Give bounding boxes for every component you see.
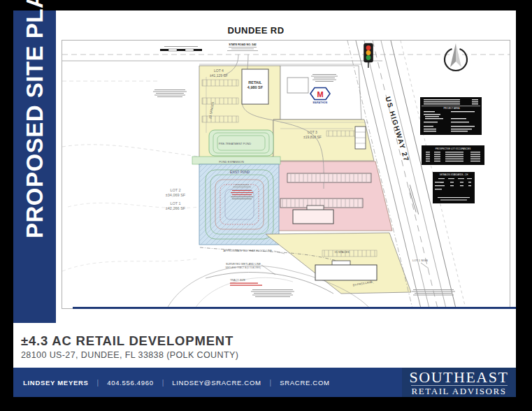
- owner-note-west: [153, 89, 187, 97]
- separator: |: [270, 379, 272, 387]
- lot1-size: ±42,266 SF: [166, 206, 186, 210]
- separator: |: [162, 379, 164, 387]
- dundee-rd-label: DUNDEE RD: [186, 25, 326, 36]
- lot1-sign: LOT 1 SIGN: [412, 259, 429, 268]
- flyer-page: PROPOSED SITE PLAN DUNDEE RD: [0, 0, 532, 411]
- lot2-size: ±34,069 SF: [166, 193, 186, 197]
- sidebar-title: PROPOSED SITE PLAN: [13, 8, 56, 241]
- lot3-size: ±19,818 SF: [303, 135, 322, 139]
- traffic-light-icon: [364, 43, 373, 68]
- spaces15-label: 15 SPACES: [334, 250, 350, 254]
- occupancy-title: PROSPECTIVE LOT OCCUPANCIES: [436, 147, 471, 150]
- separator: |: [97, 379, 99, 387]
- lot4-size: ±41,129 SF: [210, 73, 228, 78]
- existing-pond: [199, 164, 279, 245]
- wetland-label: SURVEYED WETLAND LINE: [226, 263, 261, 266]
- lot1-name: LOT 1: [170, 201, 180, 206]
- lot3-name: LOT 3: [308, 130, 317, 134]
- marathon-wordmark: MARATHON: [313, 101, 328, 104]
- accent-rule: [73, 307, 516, 309]
- lot2-name: LOT 2: [170, 188, 180, 192]
- flood-line-label: APPROXIMATE 100 YEAR FLOOD LINE: [224, 250, 273, 252]
- field-lines: [62, 81, 199, 271]
- tract-size-label: TRACT SIZE: [230, 279, 246, 282]
- lot3-building: [355, 127, 366, 149]
- dundee-road-lines: [62, 55, 510, 64]
- state-road-label: STATE ROAD NO. 542: [229, 43, 256, 46]
- setbacks-title: SETBACKS STANDARDS - CH: [440, 173, 468, 176]
- lot4-name: LOT 4: [214, 68, 224, 73]
- occupancy-table: PROSPECTIVE LOT OCCUPANCIES: [422, 145, 484, 165]
- owner-note-southeast: [412, 289, 455, 296]
- contact-website: SRACRE.COM: [280, 379, 329, 387]
- footer-bar: LINDSEY MEYERS | 404.556.4960 | LINDSEY@…: [13, 368, 516, 397]
- retail-label-1: RETAIL: [248, 80, 262, 85]
- project-area-table: PROJECT AREA: [420, 97, 482, 135]
- marathon-building: [287, 78, 308, 93]
- marathon-m: M: [317, 90, 323, 99]
- pond-expansion-label: POND EXPANSION: [219, 160, 244, 164]
- pretreatment-pond-label: PRE-TREATMENT POND: [219, 142, 251, 145]
- contact-email: LINDSEY@SRACRE.COM: [172, 379, 261, 387]
- site-plan-drawing: STATE ROAD NO. 542: [62, 41, 510, 308]
- page-subtitle: 28100 US-27, DUNDEE, FL 33838 (POLK COUN…: [21, 350, 238, 360]
- retail-label-2: 4,980 SF: [247, 85, 264, 89]
- scale-bar: [160, 46, 202, 51]
- company-logo: SOUTHEAST RETAIL ADVISORS: [402, 368, 516, 397]
- logo-line2: RETAIL ADVISORS: [411, 387, 506, 396]
- exist-pond-label: EXIST. POND: [230, 171, 250, 174]
- wetland-sub-label: WETLAND TRACT A (0.74 ACRES): [225, 266, 261, 269]
- setbacks-table: SETBACKS STANDARDS - CH: [433, 172, 475, 203]
- owner-note-south: [251, 289, 294, 297]
- site-plan-sheet: STATE ROAD NO. 542: [62, 40, 510, 309]
- project-area-title: PROJECT AREA: [444, 107, 460, 110]
- contact-phone: 404.556.4960: [107, 379, 154, 387]
- state-road-microtext: [227, 47, 258, 51]
- lot1-sign-label: LOT 1 SIGN: [412, 259, 428, 262]
- logo-line1: SOUTHEAST: [410, 370, 509, 384]
- north-arrow-icon: [445, 43, 467, 71]
- tract-microtext: [230, 283, 262, 286]
- contact-name: LINDSEY MEYERS: [23, 379, 89, 387]
- page-title: ±4.3 AC RETAIL DEVELOPMENT: [21, 333, 233, 349]
